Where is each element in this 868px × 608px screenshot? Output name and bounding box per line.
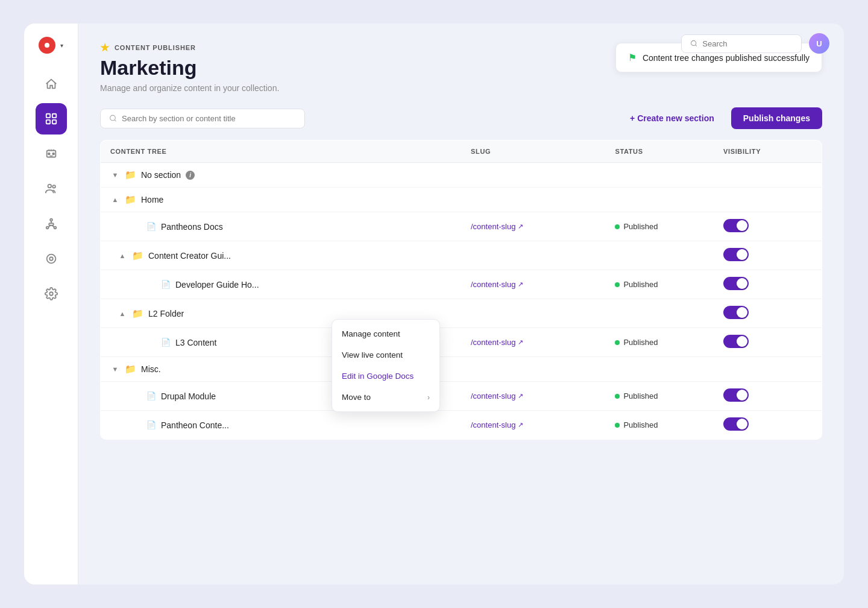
sidebar-item-network[interactable] (36, 208, 67, 239)
folder-icon: 📁 (132, 250, 143, 261)
chevron-button[interactable]: ▲ (118, 251, 127, 261)
visibility-toggle[interactable] (723, 219, 749, 232)
table-row: ▲📁L2 Folder (101, 299, 822, 328)
submenu-chevron-icon: › (427, 393, 430, 402)
create-section-button[interactable]: + Create new section (623, 109, 722, 128)
breadcrumb-label: CONTENT PUBLISHER (115, 44, 196, 51)
chevron-button[interactable]: ▲ (118, 309, 127, 318)
page-title: Marketing (100, 56, 279, 80)
row-label: Developer Guide Ho... (175, 280, 259, 290)
visibility-toggle[interactable] (723, 417, 749, 431)
doc-icon: 📄 (161, 338, 171, 347)
status-label: Published (623, 338, 658, 347)
sidebar-item-home[interactable] (36, 68, 67, 100)
content-search-icon (109, 114, 117, 122)
toolbar-right: + Create new section Publish changes (623, 107, 822, 129)
global-search-input[interactable] (702, 39, 793, 48)
search-icon (690, 39, 697, 48)
status-label: Published (623, 420, 658, 429)
table-row: ▼📁No sectioni (101, 163, 822, 188)
svg-point-17 (110, 115, 116, 121)
row-label: Content Creator Gui... (148, 251, 231, 261)
svg-point-16 (691, 40, 696, 45)
global-search-box[interactable] (681, 34, 802, 53)
menu-item-label: View live content (342, 350, 403, 359)
sidebar: ▾ (24, 24, 78, 584)
menu-item-view-live[interactable]: View live content (332, 344, 439, 366)
context-menu: Manage content View live content Edit in… (332, 319, 440, 412)
info-icon[interactable]: i (186, 171, 195, 180)
chevron-button[interactable]: ▼ (110, 170, 120, 180)
row-label: Drupal Module (161, 391, 216, 401)
sidebar-item-settings[interactable] (36, 278, 67, 309)
menu-item-label: Move to (342, 393, 371, 402)
publish-changes-button[interactable]: Publish changes (731, 107, 822, 129)
svg-point-10 (46, 227, 48, 229)
status-dot (615, 394, 620, 399)
external-link-icon: ↗ (518, 421, 523, 429)
sidebar-item-ai[interactable] (36, 138, 67, 169)
row-label: Pantheons Docs (161, 222, 223, 232)
svg-point-14 (49, 257, 53, 261)
app-logo[interactable]: ▾ (37, 34, 66, 56)
visibility-toggle[interactable] (723, 388, 749, 402)
menu-item-move-to[interactable]: Move to › (332, 387, 439, 408)
visibility-toggle[interactable] (723, 248, 749, 261)
page-subtitle: Manage and organize content in your coll… (100, 83, 279, 93)
chevron-button[interactable]: ▼ (110, 364, 120, 374)
svg-point-9 (50, 219, 52, 221)
visibility-toggle[interactable] (723, 277, 749, 290)
folder-icon: 📁 (125, 194, 136, 205)
col-content-tree: CONTENT TREE (101, 141, 462, 163)
table-row: 📄Developer Guide Ho... /content-slug ↗ P… (101, 270, 822, 299)
svg-point-5 (48, 153, 49, 155)
slug-link[interactable]: /content-slug ↗ (471, 391, 596, 401)
svg-point-8 (52, 185, 55, 188)
avatar[interactable]: U (809, 33, 829, 54)
folder-icon: 📁 (125, 169, 136, 180)
table-row: 📄Drupal Module /content-slug ↗ Published (101, 382, 822, 411)
main-content: CONTENT PUBLISHER Marketing Manage and o… (78, 24, 844, 584)
slug-link[interactable]: /content-slug ↗ (471, 338, 596, 347)
svg-rect-1 (52, 114, 55, 118)
flag-icon: ⚑ (628, 52, 637, 63)
breadcrumb: CONTENT PUBLISHER (100, 43, 279, 52)
status-dot (615, 340, 620, 345)
svg-rect-12 (49, 223, 53, 226)
page-header-left: CONTENT PUBLISHER Marketing Manage and o… (100, 43, 279, 93)
external-link-icon: ↗ (518, 280, 523, 288)
menu-item-label: Manage content (342, 329, 400, 338)
content-search-box[interactable] (100, 109, 305, 128)
doc-icon: 📄 (146, 420, 156, 429)
external-link-icon: ↗ (518, 392, 523, 400)
visibility-toggle[interactable] (723, 335, 749, 348)
slug-link[interactable]: /content-slug ↗ (471, 280, 596, 289)
external-link-icon: ↗ (518, 223, 523, 230)
status-label: Published (623, 391, 658, 401)
slug-link[interactable]: /content-slug ↗ (471, 222, 596, 231)
table-header-row: CONTENT TREE SLUG STATUS VISIBILITY (101, 141, 822, 163)
col-slug: SLUG (461, 141, 605, 163)
table-row: ▼📁Misc. (101, 357, 822, 382)
sidebar-item-users[interactable] (36, 173, 67, 204)
slug-link[interactable]: /content-slug ↗ (471, 420, 596, 429)
svg-point-11 (54, 227, 56, 229)
sidebar-item-content[interactable] (36, 103, 67, 135)
col-visibility: VISIBILITY (714, 141, 822, 163)
doc-icon: 📄 (161, 280, 171, 289)
row-label: No section (141, 170, 181, 180)
doc-icon: 📄 (146, 222, 156, 231)
menu-item-manage-content[interactable]: Manage content (332, 323, 439, 344)
svg-point-13 (46, 255, 55, 264)
table-row: ▲📁Home (101, 188, 822, 212)
sidebar-item-agent[interactable] (36, 243, 67, 274)
menu-item-edit-google-docs[interactable]: Edit in Google Docs (332, 366, 439, 387)
visibility-toggle[interactable] (723, 306, 749, 319)
content-search-input[interactable] (122, 114, 296, 123)
row-label: Pantheon Conte... (161, 420, 229, 430)
status-label: Published (623, 222, 658, 231)
doc-icon: 📄 (146, 391, 156, 401)
chevron-button[interactable]: ▲ (110, 195, 120, 204)
folder-icon: 📁 (125, 364, 136, 375)
svg-point-7 (48, 185, 51, 188)
